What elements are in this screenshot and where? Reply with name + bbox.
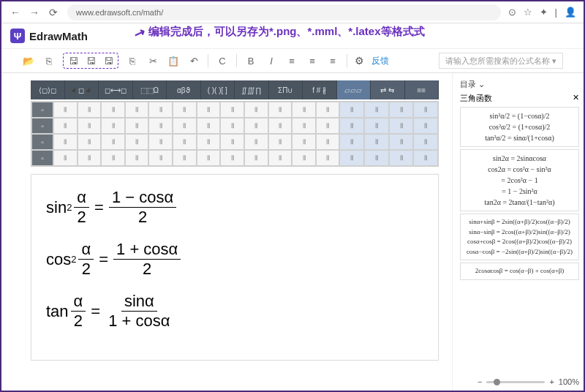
symbol-cell[interactable]: ⦀ — [244, 102, 268, 118]
category-tab[interactable]: ◻⟷◻ — [99, 80, 133, 99]
symbol-cell[interactable]: ⦀ — [316, 118, 340, 134]
symbol-cell[interactable]: ⦀ — [173, 134, 197, 150]
symbol-cell[interactable]: ⦀ — [220, 150, 244, 166]
symbol-cell[interactable]: ⦀ — [53, 134, 78, 150]
symbol-cell[interactable]: ⦀ — [244, 150, 268, 166]
category-tab[interactable]: αβϑ — [167, 80, 201, 99]
zoom-knob[interactable] — [494, 379, 500, 385]
bold-icon[interactable]: B — [244, 54, 257, 67]
symbol-cell[interactable]: ⦀ — [125, 118, 149, 134]
formula-card[interactable]: 2cosαcosβ = cos(α−β) + cos(α+β) — [460, 263, 579, 280]
symbol-cell[interactable]: ⦀ — [78, 150, 102, 166]
toc-label[interactable]: 目录 — [460, 80, 476, 88]
symbol-cell[interactable]: ⦀ — [101, 150, 125, 166]
symbol-cell[interactable]: ⦀ — [53, 150, 78, 166]
category-tab[interactable]: ΣΠ∪ — [269, 80, 303, 99]
close-icon[interactable]: ✕ — [573, 93, 579, 104]
symbol-cell[interactable]: ⦀ — [292, 102, 316, 118]
align-left-icon[interactable]: ≡ — [285, 54, 298, 67]
category-tab[interactable]: ∬∭∏ — [235, 80, 269, 99]
category-tab[interactable]: ▱▱▱ — [337, 80, 371, 99]
symbol-cell[interactable]: ⦀ — [316, 134, 340, 150]
url-input[interactable]: www.edrawsoft.cn/math/ — [67, 4, 501, 20]
symbol-cell[interactable]: ⦀ — [364, 118, 389, 134]
open-icon[interactable]: 📂 — [22, 54, 35, 67]
zoom-out-button[interactable]: − — [478, 377, 482, 386]
symbol-cell[interactable]: ⦀ — [125, 134, 149, 150]
symbol-cell[interactable]: ⦀ — [268, 118, 292, 134]
symbol-cell[interactable]: ▫ — [31, 102, 53, 118]
align-right-icon[interactable]: ≡ — [326, 54, 339, 67]
symbol-cell[interactable]: ⦀ — [220, 118, 244, 134]
zoom-in-button[interactable]: + — [549, 377, 554, 386]
symbol-cell[interactable]: ▫ — [31, 150, 53, 166]
align-center-icon[interactable]: ≡ — [306, 54, 319, 67]
symbol-cell[interactable]: ⦀ — [78, 134, 102, 150]
symbol-cell[interactable]: ⦀ — [173, 118, 197, 134]
symbol-cell[interactable]: ⦀ — [292, 150, 316, 166]
symbol-cell[interactable]: ⦀ — [148, 102, 173, 118]
symbol-cell[interactable]: ⦀ — [364, 150, 389, 166]
symbol-cell[interactable]: ▫ — [31, 118, 53, 134]
symbol-cell[interactable]: ⦀ — [220, 134, 244, 150]
symbol-cell[interactable]: ⦀ — [244, 118, 268, 134]
formula-card[interactable]: sin²α/2 = (1−cosα)/2cos²α/2 = (1+cosα)/2… — [460, 107, 579, 147]
symbol-cell[interactable]: ⦀ — [197, 134, 221, 150]
symbol-cell[interactable]: ⦀ — [339, 118, 364, 134]
redo-icon[interactable]: C — [216, 54, 229, 67]
formula-search-input[interactable]: 请输入您所需搜索的公式名称 ▾ — [439, 53, 563, 69]
symbol-cell[interactable]: ⦀ — [78, 102, 102, 118]
symbol-cell[interactable]: ⦀ — [364, 102, 389, 118]
paste-icon[interactable]: 📋 — [167, 54, 180, 67]
symbol-cell[interactable]: ⦀ — [268, 102, 292, 118]
extension-icon[interactable]: ✦ — [540, 7, 548, 18]
category-tab[interactable]: ⇄ ⇆ — [371, 80, 405, 99]
symbol-cell[interactable]: ⦀ — [173, 102, 197, 118]
symbol-cell[interactable]: ⦀ — [220, 102, 244, 118]
symbol-cell[interactable]: ⦀ — [53, 102, 78, 118]
export-icon[interactable]: 🖫 — [102, 54, 115, 67]
omni-search-icon[interactable]: ⊙ — [508, 7, 516, 18]
symbol-cell[interactable]: ⦀ — [78, 118, 102, 134]
symbol-cell[interactable]: ⦀ — [389, 118, 414, 134]
symbol-cell[interactable]: ⦀ — [244, 134, 268, 150]
saveas-icon[interactable]: 🖫 — [84, 54, 97, 67]
category-tab[interactable]: ≡≡ — [405, 80, 439, 99]
bookmark-star-icon[interactable]: ☆ — [524, 7, 532, 18]
symbol-cell[interactable]: ⦀ — [101, 118, 125, 134]
symbol-cell[interactable]: ⦀ — [148, 118, 173, 134]
symbol-cell[interactable]: ⦀ — [389, 102, 414, 118]
feedback-link[interactable]: 反馈 — [371, 55, 389, 67]
symbol-cell[interactable]: ⦀ — [413, 102, 438, 118]
symbol-cell[interactable]: ⦀ — [364, 134, 389, 150]
italic-icon[interactable]: I — [265, 54, 278, 67]
symbol-cell[interactable]: ⦀ — [339, 102, 364, 118]
save-icon[interactable]: 🖫 — [67, 54, 80, 67]
symbol-cell[interactable]: ▫ — [31, 134, 53, 150]
category-tab[interactable]: ◾◻◾ — [65, 80, 99, 99]
symbol-cell[interactable]: ⦀ — [197, 150, 221, 166]
reload-icon[interactable]: ⟳ — [47, 6, 60, 19]
symbol-cell[interactable]: ⦀ — [316, 150, 340, 166]
category-tab[interactable]: ⟨◻⟩◻ — [31, 80, 65, 99]
new-file-icon[interactable]: ⎘ — [42, 54, 56, 67]
symbol-cell[interactable]: ⦀ — [197, 118, 221, 134]
symbol-cell[interactable]: ⦀ — [148, 134, 173, 150]
symbol-cell[interactable]: ⦀ — [125, 102, 149, 118]
user-avatar-icon[interactable]: 👤 — [565, 7, 576, 18]
cut-icon[interactable]: ✂ — [146, 54, 159, 67]
formula-card[interactable]: sinα+sinβ = 2sin((α+β)/2)cos((α−β)/2)sin… — [460, 214, 579, 260]
symbol-cell[interactable]: ⦀ — [413, 150, 438, 166]
symbol-cell[interactable]: ⦀ — [173, 150, 197, 166]
symbol-cell[interactable]: ⦀ — [389, 150, 414, 166]
symbol-cell[interactable]: ⦀ — [101, 102, 125, 118]
symbol-cell[interactable]: ⦀ — [413, 134, 438, 150]
symbol-cell[interactable]: ⦀ — [125, 150, 149, 166]
symbol-cell[interactable]: ⦀ — [148, 150, 173, 166]
back-icon[interactable]: ← — [9, 6, 22, 19]
symbol-cell[interactable]: ⦀ — [268, 134, 292, 150]
formula-canvas[interactable]: sin2α2=1 − cosα2cos2α2=1 + cosα2tanα2=si… — [31, 174, 439, 361]
symbol-cell[interactable]: ⦀ — [53, 118, 78, 134]
settings-gear-icon[interactable]: ⚙ — [355, 55, 364, 67]
symbol-cell[interactable]: ⦀ — [316, 102, 340, 118]
